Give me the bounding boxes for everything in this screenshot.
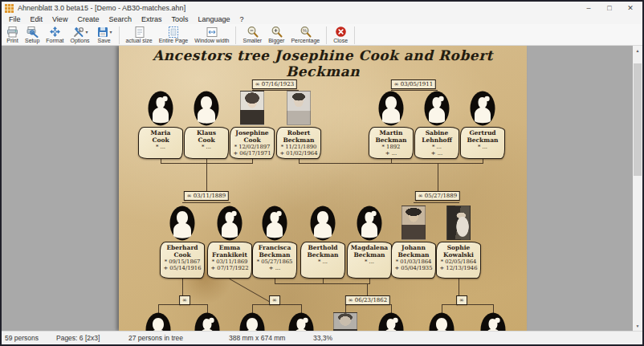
silhouette-male-portrait	[169, 206, 195, 241]
window-width-button[interactable]: Window width	[191, 24, 232, 45]
marriage-label: ∞ 03/05/1911	[391, 79, 436, 89]
toolbar-separator	[326, 26, 327, 44]
person-box: SabineLehnhoff* ...+ ...	[414, 127, 459, 159]
tree-connector-line	[182, 202, 230, 203]
tree-document: Ancestors tree Josephine Cook and Robert…	[119, 46, 527, 331]
toolbar-separator	[119, 26, 120, 44]
close-red-icon	[335, 26, 347, 38]
menu-item-create[interactable]: Create	[72, 14, 104, 24]
tree-title: Ancestors tree Josephine Cook and Robert…	[119, 47, 527, 79]
scroll-up-icon[interactable]: ▲	[633, 46, 642, 55]
preview-canvas: Ancestors tree Josephine Cook and Robert…	[2, 46, 642, 331]
tree-connector-line	[230, 279, 275, 305]
scrollbar-thumb[interactable]	[634, 63, 642, 176]
person-name: Beckman	[348, 251, 390, 258]
marriage-label: ∞	[179, 295, 190, 305]
silhouette-female-portrait	[194, 312, 220, 331]
person-dates: * ...	[348, 258, 390, 265]
menu-item-file[interactable]: File	[4, 14, 26, 24]
marriage-label: ∞	[456, 295, 467, 305]
tree-connector-line	[442, 304, 494, 305]
person-dates: + 12/13/1946	[438, 265, 479, 271]
bigger-button[interactable]: Bigger	[265, 24, 287, 45]
person-dates: * 1892	[370, 144, 412, 150]
app-icon	[5, 4, 14, 13]
toolbar-button-label: actual size	[126, 38, 153, 43]
menu-item-language[interactable]: Language	[193, 14, 234, 24]
percentage-button[interactable]: %Percentage	[287, 24, 323, 45]
tree-connector-line	[275, 283, 370, 284]
svg-text:%: %	[303, 28, 308, 33]
toolbar-button-label: Window width	[194, 38, 229, 43]
menu-item-[interactable]: ?	[235, 14, 249, 24]
silhouette-female-portrait	[262, 206, 287, 241]
close-window-button[interactable]: ✕	[620, 2, 641, 14]
photo-couple-portrait	[446, 206, 471, 240]
toolbar-button-label: Options	[70, 38, 89, 43]
person-dates: + 05/04/1935	[393, 265, 434, 271]
marriage-label: ∞ 07/16/1923	[252, 79, 297, 89]
person-box: SophieKowalski* 02/05/1864+ 12/13/1946	[436, 242, 481, 279]
setup-button[interactable]: Setup	[22, 24, 43, 45]
marriage-label: ∞	[269, 295, 280, 305]
window-title: Ahnenblatt 3.0 beta15 - [Demo - AB30-mat…	[18, 4, 185, 12]
toolbar-button-label: Percentage	[291, 38, 320, 43]
entire-page-button[interactable]: Entire Page	[156, 24, 192, 45]
window-width-icon	[206, 26, 218, 38]
print-button[interactable]: Print	[3, 24, 22, 45]
toolbar-group: PrintSetupFormat▾Options▾Save	[3, 24, 116, 45]
person-name: Beckman	[278, 136, 320, 144]
person-name: Cook	[140, 136, 181, 144]
person-name: Klaus	[185, 129, 227, 136]
minimize-button[interactable]: –	[578, 2, 599, 14]
person-dates: + 01/02/1964	[278, 150, 320, 157]
person-dates: + 07/17/1922	[209, 265, 251, 271]
toolbar-separator	[354, 26, 355, 44]
person-box: MariaCook* ...	[138, 127, 183, 159]
format-button[interactable]: Format	[43, 24, 67, 45]
scroll-down-icon[interactable]: ▼	[633, 321, 642, 331]
person-name: Gertrud	[462, 129, 503, 136]
person-dates: * ...	[462, 144, 503, 150]
save-icon	[96, 26, 108, 38]
status-item: Pages: 6 [2x3]	[56, 332, 100, 344]
marriage-label: ∞ 03/11/1889	[184, 191, 229, 201]
toolbar-group: SmallerBigger%Percentage	[239, 24, 323, 45]
silhouette-female-portrait	[480, 312, 506, 331]
person-name: Maria	[140, 129, 181, 136]
person-name: Frankikeit	[209, 251, 251, 258]
photo-woman-portrait	[240, 91, 264, 125]
chevron-down-icon[interactable]: ▾	[110, 29, 112, 35]
person-name: Lehnhoff	[416, 136, 458, 144]
maximize-button[interactable]: □	[599, 2, 620, 14]
menu-item-search[interactable]: Search	[104, 14, 137, 24]
menu-item-tools[interactable]: Tools	[166, 14, 193, 24]
chevron-down-icon[interactable]: ▾	[86, 29, 88, 35]
person-box: EmmaFrankikeit* 03/11/1869+ 07/17/1922	[207, 242, 252, 279]
person-box: JosephineCook* 12/02/1897+ 06/17/1971	[230, 127, 275, 159]
person-name: Cook	[185, 136, 227, 144]
vertical-scrollbar[interactable]: ▲ ▼	[633, 46, 642, 331]
person-name: Beckman	[462, 136, 503, 144]
person-box: MartinBeckman* 1892+ ...	[369, 127, 414, 159]
menu-item-extras[interactable]: Extras	[137, 14, 167, 24]
status-item: 33,3%	[313, 332, 332, 344]
save-button[interactable]: ▾Save	[93, 24, 116, 45]
actual-size-icon	[133, 26, 145, 38]
person-name: Beckman	[302, 251, 344, 258]
toolbar: PrintSetupFormat▾Options▾Saveactual size…	[2, 24, 642, 46]
smaller-button[interactable]: Smaller	[239, 24, 265, 45]
actual-size-button[interactable]: actual size	[123, 24, 156, 45]
options-button[interactable]: ▾Options	[67, 24, 92, 45]
person-box: EberhardCook* 09/15/1867+ 05/14/1916	[160, 242, 205, 279]
window-controls: – □ ✕	[578, 2, 641, 14]
entire-page-icon	[167, 26, 179, 38]
menu-item-view[interactable]: View	[47, 14, 72, 24]
close-button[interactable]: Close	[330, 24, 351, 45]
menu-item-edit[interactable]: Edit	[26, 14, 48, 24]
zoom-in-icon	[271, 26, 283, 38]
person-name: Emma	[209, 244, 251, 251]
photo-man-hat-portrait	[401, 206, 426, 240]
person-box: FranciscaBeckman* 05/27/1865+ ...	[252, 242, 297, 279]
person-name: Cook	[231, 136, 273, 144]
